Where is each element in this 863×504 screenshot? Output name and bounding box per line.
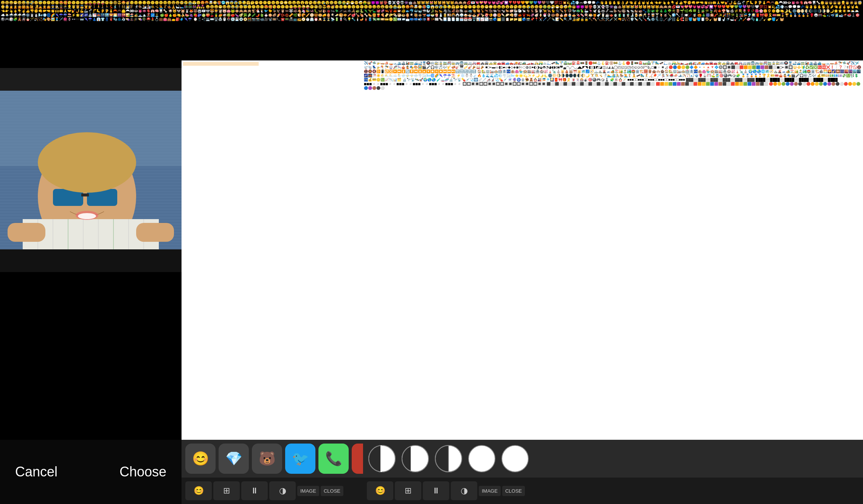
right-panel: ✈️🚀🛸🚁🛶⛵🚤🛥️🛳️🚢🚂🚃🚄🚅🚆🚇🚈🚉🚊🚞🚝🚋🚌🚍🚎🚐🚑🚒🚓🚔🚕🚖🚗🚘🚙🛻🚚…: [363, 0, 863, 504]
emoji-text-grid: 😀😃😄😁😆😅😂🤣😊😇🙂🙃😉😌😍🥰😘😗😙😚😋😛😝😜🤪🤨🧐🤓😎🤩🥳😏😒😞😔😟😕🙁☹️…: [182, 60, 363, 440]
middle-panel: 😀 😀😃😄😁😆😅😂🤣😊😇🙂🙃😉😌😍🥰😘😗😙😚😋😛😝😜🤪🤨🧐🤓�: [182, 0, 363, 504]
right-emoji-text-grid: ✈️🚀🛸🚁🛶⛵🚤🛥️🛳️🚢🚂🚃🚄🚅🚆🚇🚈🚉🚊🚞🚝🚋🚌🚍🚎🚐🚑🚒🚓🚔🚕🚖🚗🚘🚙🛻🚚…: [363, 60, 863, 440]
middle-emoji-grid: 😀 😀😃😄😁😆😅😂🤣😊😇🙂🙃😉😌😍🥰😘😗😙😚😋😛😝😜🤪🤨🧐🤓�: [182, 60, 363, 440]
right-emoji-grid: ✈️🚀🛸🚁🛶⛵🚤🛥️🛳️🚢🚂🚃🚄🚅🚆🚇🚈🚉🚊🚞🚝🚋🚌🚍🚎🚐🚑🚒🚓🚔🚕🚖🚗🚘🚙🛻🚚…: [363, 60, 863, 440]
